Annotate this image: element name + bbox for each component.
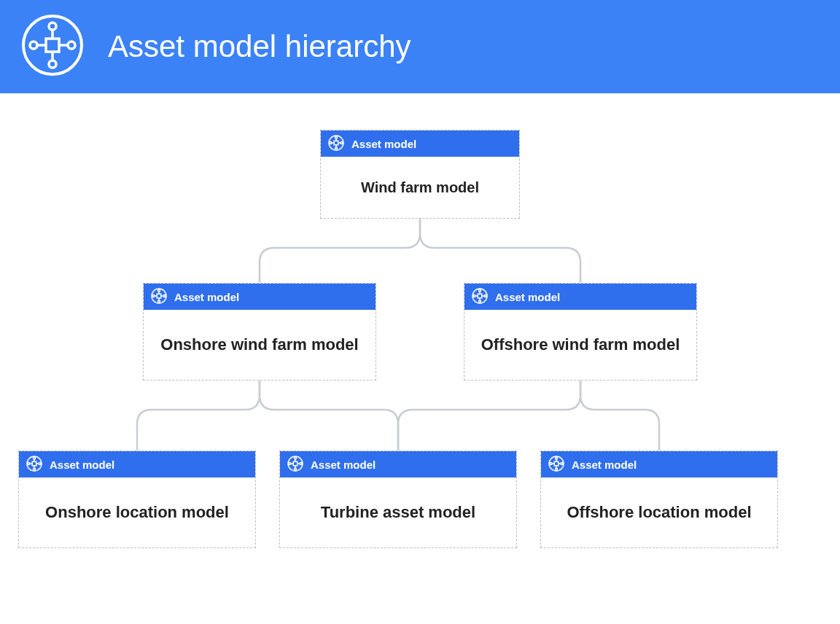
svg-point-23 [158, 300, 160, 303]
svg-point-12 [335, 136, 338, 139]
svg-point-52 [295, 457, 297, 459]
svg-point-34 [473, 295, 475, 297]
svg-point-33 [479, 300, 481, 303]
svg-point-65 [561, 462, 563, 464]
node-header: Asset model [19, 451, 255, 477]
asset-model-icon [548, 456, 564, 474]
node-turbine-asset-model: Asset model Turbine asset model [279, 451, 517, 548]
asset-model-icon [287, 456, 303, 474]
node-type-label: Asset model [495, 291, 560, 303]
node-header: Asset model [464, 284, 696, 310]
svg-point-53 [295, 468, 297, 470]
svg-point-50 [288, 456, 303, 471]
svg-point-5 [68, 42, 75, 49]
svg-point-2 [49, 23, 56, 30]
node-type-label: Asset model [351, 138, 416, 150]
svg-rect-11 [334, 141, 338, 145]
node-header: Asset model [321, 130, 519, 157]
svg-rect-41 [32, 461, 36, 466]
svg-point-42 [34, 457, 36, 459]
svg-point-60 [549, 456, 564, 471]
svg-point-10 [329, 136, 343, 150]
svg-point-44 [28, 462, 30, 464]
node-name: Onshore location model [19, 477, 255, 547]
svg-point-24 [152, 295, 155, 297]
node-onshore-wind-farm-model: Asset model Onshore wind farm model [143, 283, 376, 381]
svg-point-43 [34, 468, 36, 470]
svg-point-32 [479, 289, 481, 292]
svg-point-3 [49, 61, 56, 68]
node-name: Onshore wind farm model [144, 310, 376, 380]
asset-model-icon [472, 288, 488, 306]
svg-point-62 [556, 457, 558, 459]
node-wind-farm-model: Asset model Wind farm model [320, 130, 520, 219]
node-type-label: Asset model [311, 459, 376, 471]
svg-point-35 [484, 295, 486, 297]
node-header: Asset model [280, 451, 516, 477]
svg-point-45 [39, 462, 41, 464]
svg-point-13 [335, 147, 338, 149]
svg-point-4 [30, 42, 37, 49]
svg-point-0 [23, 16, 82, 74]
svg-point-25 [163, 295, 166, 297]
svg-rect-61 [554, 461, 559, 466]
svg-point-63 [556, 468, 558, 470]
page-title: Asset model hierarchy [108, 29, 411, 64]
svg-point-30 [472, 289, 487, 303]
diagram-canvas: Asset model Wind farm model [0, 93, 840, 624]
node-type-label: Asset model [50, 459, 114, 471]
svg-point-20 [152, 289, 166, 303]
svg-point-15 [341, 141, 343, 144]
svg-point-14 [330, 141, 332, 144]
node-name: Offshore location model [541, 477, 777, 547]
node-offshore-wind-farm-model: Asset model Offshore wind farm model [464, 283, 697, 381]
node-name: Wind farm model [321, 157, 519, 218]
node-onshore-location-model: Asset model Onshore location model [18, 451, 256, 548]
hierarchy-icon [20, 13, 85, 80]
node-header: Asset model [144, 284, 376, 310]
page-header: Asset model hierarchy [0, 0, 840, 93]
svg-rect-1 [46, 39, 59, 52]
asset-model-icon [151, 288, 167, 306]
svg-point-22 [158, 289, 160, 292]
svg-point-40 [27, 456, 42, 471]
asset-model-icon [26, 456, 42, 474]
asset-model-icon [328, 135, 344, 153]
node-header: Asset model [541, 451, 777, 477]
svg-rect-21 [157, 294, 161, 298]
node-type-label: Asset model [572, 459, 637, 471]
node-offshore-location-model: Asset model Offshore location model [540, 451, 778, 548]
svg-rect-31 [478, 294, 482, 298]
node-name: Offshore wind farm model [464, 310, 696, 380]
svg-point-64 [550, 462, 552, 464]
node-type-label: Asset model [174, 291, 239, 303]
svg-rect-51 [293, 461, 298, 466]
svg-point-54 [289, 462, 291, 464]
node-name: Turbine asset model [280, 477, 516, 547]
svg-point-55 [300, 462, 302, 464]
